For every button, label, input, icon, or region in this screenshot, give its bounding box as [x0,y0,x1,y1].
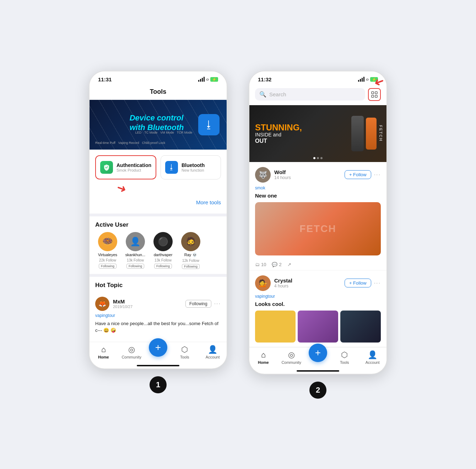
feed-post-0: 🐺 Wolf 14 hours + Follow ··· smok New on… [249,162,386,270]
feed-post-text-0: New one [255,193,381,199]
more-options-1[interactable]: ··· [374,280,381,286]
user-name-1: skankhun... [125,253,145,257]
like-stat-0[interactable]: 🗂 10 [255,262,266,267]
nav-tools-2[interactable]: ⬡ Tools [334,350,355,365]
post-date: 2019/10/27 [113,304,132,309]
nav-account-2[interactable]: 👤 Account [362,350,383,365]
carousel-text-block: STUNNING, INSIDE and OUT [255,123,302,144]
following-badge-3[interactable]: Following [182,264,200,269]
follow-btn-1[interactable]: + Follow [345,279,371,287]
plus-icon-2: + [315,347,321,359]
feed-post-text-1: Looks cool. [255,301,381,307]
auth-tool-card[interactable]: Authentication Smok Product [95,155,156,179]
following-badge-2[interactable]: Following [154,264,172,269]
feed-time-1: 4 hours [274,284,345,289]
search-bar-row: 🔍 Search ➜ [255,88,381,101]
following-badge-0[interactable]: Following [99,264,117,269]
user-avatar-3: 🧔 [181,232,200,251]
dot-3 [320,157,323,159]
post-actions: Following ··· [185,300,221,308]
user-name-2: darthvaper [154,253,173,257]
nav-community-1[interactable]: ◎ Community [121,345,142,359]
nav-account-label-2: Account [366,360,380,365]
auth-tool-name: Authentication [117,162,151,168]
hot-post: 🦊 MxM 2019/10/27 Following ··· vapingtou… [90,292,227,338]
carousel-product: FETCH [351,112,383,155]
bt-tool-info: Bluetooth New function [182,162,205,172]
post-image-inner-0: FETCH [255,202,381,255]
following-button[interactable]: Following [185,300,211,308]
post-avatar: 🦊 [95,297,109,311]
red-arrow-1: ➜ [114,181,128,197]
wifi-icon-2: ⲟ [366,76,368,82]
crystal-images [255,311,381,343]
svg-rect-0 [372,92,374,94]
user-card-3: 🧔 Ray 💀 12k Follow Following [178,232,203,269]
status-bar-2: 11:32 ⲟ ⚡ [249,71,386,85]
following-badge-1[interactable]: Following [126,264,144,269]
active-users-row: 🍩 Virtualeyes 22k Follow Following 👤 ska… [90,232,227,274]
follow-btn-0[interactable]: + Follow [345,170,371,179]
like-count-0: 10 [261,262,266,267]
nav-community-2[interactable]: ◎ Community [281,350,302,365]
community-icon-1: ◎ [128,345,135,354]
crystal-img-2 [340,311,381,343]
nav-tools-label-1: Tools [180,355,189,359]
wifi-icon-1: ⲟ [206,76,209,82]
more-options[interactable]: ··· [214,301,221,307]
battery-icon-1: ⚡ [210,77,218,82]
search-icon-2: 🔍 [259,91,266,98]
feed-user-name-1: Crystal [274,277,345,284]
banner-sub-row2: LED TC Mode VM Mode TCR Mode [135,131,193,134]
more-options-0[interactable]: ··· [374,172,381,178]
comment-stat-0[interactable]: 💬 2 [272,262,281,267]
more-tools-link[interactable]: More tools [196,199,221,205]
feed-avatar-1: 💁 [255,275,271,291]
carousel-banner: STUNNING, INSIDE and OUT FETCH [249,105,386,162]
phone2: 11:32 ⲟ ⚡ 🔍 Search [249,71,387,374]
user-name-0: Virtualeyes [98,253,117,257]
like-icon-0: 🗂 [255,262,260,267]
auth-icon [100,161,113,174]
post-header: 🦊 MxM 2019/10/27 Following ··· [95,297,221,311]
time-1: 11:31 [98,76,112,82]
more-tools-row: More tools [90,197,227,211]
feed-time-0: 14 hours [274,175,345,180]
bt-icon: ⭳ [165,161,178,174]
user-followers-2: 13k Follow [155,258,172,262]
nav-account-1[interactable]: 👤 Account [202,345,223,359]
nav-tools-1[interactable]: ⬡ Tools [174,345,195,359]
bottom-nav-1: ⌂ Home ◎ Community + ⬡ Tools 👤 Account [90,342,227,365]
hot-topic-section: Hot Topic 🦊 MxM 2019/10/27 Following [90,277,227,342]
post-image-brand: FETCH [299,223,336,234]
feed-avatar-0: 🐺 [255,167,271,183]
bt-tool-sub: New function [182,168,205,172]
share-stat-0[interactable]: ↗ [287,262,291,267]
fab-btn-1[interactable]: + [149,338,167,357]
product-black [351,116,364,151]
svg-rect-1 [375,92,377,94]
tools-icon-2: ⬡ [341,350,348,360]
user-avatar-1: 👤 [126,232,145,251]
home-icon-2: ⌂ [261,350,266,360]
search-bar[interactable]: 🔍 Search [255,88,365,101]
nav-home-1[interactable]: ⌂ Home [93,345,114,359]
status-icons-1: ⲟ ⚡ [198,76,218,82]
user-card-1: 👤 skankhun... 13k Follow Following [123,232,148,269]
search-placeholder: Search [269,91,361,97]
bluetooth-icon-banner: ⭳ [198,114,220,135]
user-name-3: Ray 💀 [184,253,198,257]
brand-label: FETCH [379,125,383,142]
nav-home-2[interactable]: ⌂ Home [253,350,274,365]
arrow-row: ➜ [90,182,227,197]
banner-1: Device control with Bluetooth Real-time … [90,100,227,150]
community-icon-2: ◎ [288,350,295,360]
phone1: 11:31 ⲟ ⚡ Tools Devi [89,71,227,369]
bt-tool-card[interactable]: ⭳ Bluetooth New function [161,155,221,179]
post-user-info: 🦊 MxM 2019/10/27 [95,297,132,311]
post-image-0: FETCH [255,202,381,255]
post-stats-0: 🗂 10 💬 2 ↗ [255,259,381,270]
status-bar-1: 11:31 ⲟ ⚡ [90,71,227,85]
post-tag: vapingtour [95,313,221,318]
fab-btn-2[interactable]: + [309,344,327,362]
